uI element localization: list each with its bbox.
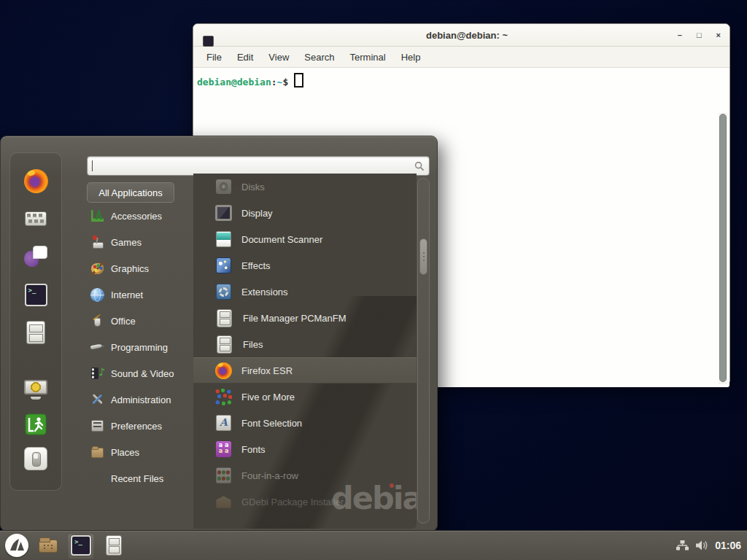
favorite-terminal-button[interactable] [20,279,52,311]
app-five-or-more[interactable]: Five or More [193,384,417,410]
app-effects[interactable]: Effects [193,252,417,279]
crossed-tools-icon [90,393,104,407]
maximize-button[interactable]: □ [697,31,702,39]
app-files[interactable]: Files [193,331,417,357]
prompt-user-host: debian@debian [197,77,271,88]
gear-icon [215,284,232,300]
category-administration[interactable]: Administration [87,386,193,413]
category-recent-files[interactable]: Recent Files [87,465,193,491]
taskbar-terminal-button[interactable] [68,533,94,558]
category-internet[interactable]: Internet [87,281,193,308]
app-label: Fonts [241,444,266,455]
menu-file[interactable]: File [206,52,222,63]
sparkles-icon [215,257,232,274]
lock-screen-icon [24,380,47,400]
category-label: Games [111,237,142,248]
terminal-titlebar[interactable]: debian@debian: ~ – □ × [193,24,729,47]
category-office[interactable]: Office [87,308,193,334]
scanner-icon [215,231,232,248]
window-title: debian@debian: ~ [204,30,729,41]
category-places[interactable]: Places [87,439,193,465]
package-icon [215,494,232,510]
category-preferences[interactable]: Preferences [87,413,193,439]
category-programming[interactable]: Programming [87,334,193,360]
log-out-icon [25,413,47,435]
app-display[interactable]: Display [193,200,417,226]
category-games[interactable]: Games [87,229,193,255]
taskbar-files-button[interactable] [101,533,127,558]
terminal-scrollbar-thumb[interactable] [719,114,727,382]
taskbar-file-manager-button[interactable] [35,533,61,558]
app-font-selection[interactable]: Font Selection [193,410,417,436]
close-button[interactable]: × [716,31,721,39]
colored-dots-icon [215,389,232,405]
app-extensions[interactable]: Extensions [193,279,417,305]
category-label: Graphics [111,263,149,274]
menu-search[interactable]: Search [304,52,334,63]
app-label: Four-in-a-row [241,470,298,481]
app-file-manager-pcmanfm[interactable]: File Manager PCManFM [193,305,417,331]
disk-icon [215,179,232,195]
log-out-button[interactable] [20,408,52,440]
favorite-firefox-button[interactable] [20,165,52,197]
globe-icon [90,288,104,302]
app-label: Document Scanner [241,234,322,245]
folder-icon [90,446,104,459]
filmstrip-note-icon [90,367,104,381]
category-label: Places [111,447,139,458]
network-icon[interactable] [676,540,689,551]
category-all-applications[interactable]: All Applications [87,182,174,203]
category-accessories[interactable]: Accessories [87,203,193,229]
volume-icon[interactable] [695,540,708,551]
shut-down-icon [24,447,47,470]
search-icon [414,161,425,171]
category-label: Accessories [111,211,162,222]
category-label: Internet [111,289,143,300]
category-label: All Applications [98,187,162,198]
menu-view[interactable]: View [268,52,289,63]
menu-edit[interactable]: Edit [237,52,253,63]
category-graphics[interactable]: Graphics [87,255,193,281]
app-firefox-esr[interactable]: Firefox ESR [193,357,417,384]
application-list-scrollbar[interactable] [417,178,430,524]
app-label: Disks [241,182,265,192]
terminal-icon [71,535,91,556]
drafting-tools-icon [90,209,104,223]
search-box [87,156,430,176]
lock-screen-button[interactable] [20,374,52,406]
terminal-icon [25,284,47,306]
file-cabinet-icon [106,535,122,556]
category-sound-video[interactable]: Sound & Video [87,360,193,386]
app-label: Firefox ESR [241,365,293,376]
monitor-icon [215,205,232,222]
application-menu: All Applications Accessories Games Graph… [0,136,438,532]
scrollbar-thumb[interactable] [419,238,427,275]
clock[interactable]: 01:06 [715,540,741,551]
favorites-panel [9,152,62,491]
category-label: Office [111,316,136,327]
favorite-virtual-keyboard-button[interactable] [20,203,52,235]
letter-a-icon [215,415,232,432]
prompt-symbol: $ [282,77,288,88]
menu-button-swoosh-icon [5,534,28,557]
tool-icon [90,341,104,354]
app-document-scanner[interactable]: Document Scanner [193,226,417,252]
app-fonts[interactable]: Fonts [193,436,417,462]
firefox-icon [24,169,48,193]
search-input[interactable] [88,157,414,175]
file-cabinet-icon [217,309,232,327]
watermark-red-dot [390,483,394,488]
app-label: Five or More [241,392,295,402]
terminal-menubar: File Edit View Search Terminal Help [193,47,729,68]
shut-down-button[interactable] [20,443,52,475]
favorite-file-manager-button[interactable] [20,316,52,349]
folder-icon [38,537,58,554]
favorite-pidgin-button[interactable] [20,241,52,273]
menu-terminal[interactable]: Terminal [350,52,386,63]
applications-menu-button[interactable] [5,534,28,557]
menu-help[interactable]: Help [401,52,421,63]
minimize-button[interactable]: – [678,31,682,39]
category-label: Administration [111,394,171,405]
terminal-scrollbar[interactable] [719,113,727,384]
category-label: Preferences [111,421,162,432]
